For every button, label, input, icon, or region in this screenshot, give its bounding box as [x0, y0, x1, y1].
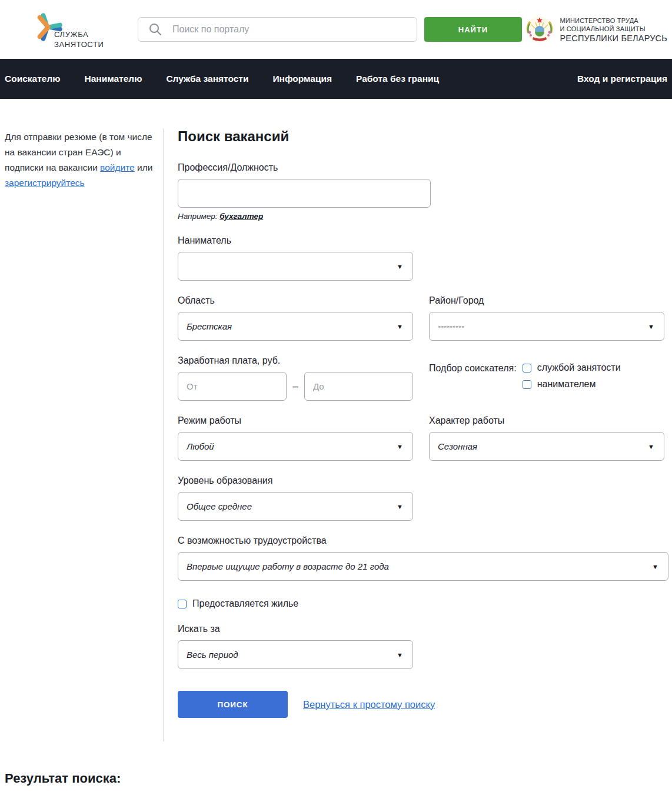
nav-item-applicant[interactable]: Соискателю: [5, 74, 60, 84]
nav-login-registration[interactable]: Вход и регистрация: [577, 74, 667, 84]
sidebar-text-or: или: [135, 162, 153, 172]
district-select[interactable]: --------- ▼: [429, 312, 664, 341]
page-title: Поиск вакансий: [178, 128, 668, 145]
login-link[interactable]: войдите: [100, 162, 135, 172]
chevron-down-icon: ▼: [397, 443, 403, 450]
chevron-down-icon: ▼: [652, 563, 658, 570]
applicant-selection-options: службой занятости нанимателем: [523, 362, 621, 390]
district-field: Район/Город --------- ▼: [429, 295, 664, 341]
profession-input[interactable]: [178, 179, 431, 208]
work-nature-label: Характер работы: [429, 415, 664, 426]
chevron-down-icon: ▼: [397, 263, 403, 270]
housing-option[interactable]: Предоставляется жилье: [178, 598, 668, 609]
ministry-line2: И СОЦИАЛЬНОЙ ЗАЩИТЫ: [560, 25, 667, 33]
employment-option-label: С возможностью трудоустройства: [178, 535, 668, 546]
nav-item-information[interactable]: Информация: [272, 74, 332, 84]
chevron-down-icon: ▼: [648, 443, 654, 450]
portal-search-input[interactable]: [138, 17, 417, 42]
region-field: Область Брестская ▼: [178, 295, 413, 341]
sidebar: Для отправки резюме (в том числе на вака…: [0, 128, 163, 741]
ministry-text: МИНИСТЕРСТВО ТРУДА И СОЦИАЛЬНОЙ ЗАЩИТЫ Р…: [560, 16, 667, 42]
search-icon: [148, 22, 162, 36]
selection-by-service-option[interactable]: службой занятости: [523, 362, 621, 373]
ministry-line3: РЕСПУБЛИКИ БЕЛАРУСЬ: [560, 34, 667, 42]
applicant-selection-field: Подбор соискателя: службой занятости нан…: [429, 355, 664, 401]
employment-option-value: Впервые ищущие работу в возрасте до 21 г…: [187, 561, 647, 571]
search-results: Результат поиска: К сожалению, вакансий …: [0, 741, 672, 805]
chevron-down-icon: ▼: [397, 651, 403, 658]
education-value: Общее среднее: [187, 501, 392, 511]
location-row: Область Брестская ▼ Район/Город --------…: [178, 295, 668, 341]
employment-option-select[interactable]: Впервые ищущие работу в возрасте до 21 г…: [178, 552, 668, 581]
applicant-selection-label: Подбор соискателя:: [429, 362, 517, 374]
housing-label: Предоставляется жилье: [192, 598, 298, 609]
salary-row: Заработная плата, руб. – Подбор соискате…: [178, 355, 668, 401]
search-submit-button[interactable]: ПОИСК: [178, 691, 288, 718]
checkbox-by-employer[interactable]: [523, 380, 531, 389]
employer-field: Наниматель ▼: [178, 235, 668, 281]
selection-by-employer-option[interactable]: нанимателем: [523, 379, 621, 390]
vacancy-search-form: Поиск вакансий Профессия/Должность Напри…: [163, 128, 672, 741]
housing-field: Предоставляется жилье: [178, 598, 668, 609]
period-label: Искать за: [178, 624, 668, 634]
salary-dash: –: [287, 381, 304, 392]
back-to-simple-search-link[interactable]: Вернуться к простому поиску: [303, 699, 435, 710]
chevron-down-icon: ▼: [397, 503, 403, 510]
logo-line2: ЗАНЯТОСТИ: [54, 39, 104, 49]
ministry-line1: МИНИСТЕРСТВО ТРУДА: [560, 16, 667, 25]
hint-example-link[interactable]: бухгалтер: [219, 212, 263, 221]
work-nature-field: Характер работы Сезонная ▼: [429, 415, 664, 461]
work-nature-select[interactable]: Сезонная ▼: [429, 432, 664, 461]
nav-item-employer[interactable]: Нанимателю: [84, 74, 142, 84]
checkbox-by-service-label: службой занятости: [537, 362, 621, 373]
salary-field: Заработная плата, руб. –: [178, 355, 413, 401]
hint-prefix: Например:: [178, 212, 219, 221]
content: Для отправки резюме (в том числе на вака…: [0, 128, 672, 741]
logo[interactable]: СЛУЖБА ЗАНЯТОСТИ: [33, 9, 121, 49]
register-link[interactable]: зарегистрируйтесь: [5, 178, 85, 188]
nav-item-employment-service[interactable]: Служба занятости: [166, 74, 248, 84]
district-label: Район/Город: [429, 295, 664, 306]
main-nav: Соискателю Нанимателю Служба занятости И…: [0, 59, 672, 99]
salary-label: Заработная плата, руб.: [178, 355, 413, 366]
checkbox-by-employer-label: нанимателем: [537, 379, 596, 390]
salary-inputs: –: [178, 372, 413, 401]
work-nature-value: Сезонная: [438, 441, 643, 451]
profession-hint: Например: бухгалтер: [178, 212, 668, 221]
form-actions: ПОИСК Вернуться к простому поиску: [178, 691, 668, 718]
work-mode-value: Любой: [187, 441, 392, 451]
work-mode-select[interactable]: Любой ▼: [178, 432, 413, 461]
district-value: ---------: [438, 321, 643, 331]
logo-text: СЛУЖБА ЗАНЯТОСТИ: [54, 29, 104, 49]
period-value: Весь период: [187, 650, 392, 660]
find-button[interactable]: НАЙТИ: [424, 17, 522, 42]
chevron-down-icon: ▼: [397, 323, 403, 330]
work-row: Режим работы Любой ▼ Характер работы Сез…: [178, 415, 668, 461]
education-field: Уровень образования Общее среднее ▼: [178, 475, 668, 521]
employer-label: Наниматель: [178, 235, 668, 246]
profession-label: Профессия/Должность: [178, 162, 668, 173]
checkbox-housing[interactable]: [178, 600, 187, 608]
work-mode-label: Режим работы: [178, 415, 413, 426]
page: СЛУЖБА ЗАНЯТОСТИ НАЙТИ: [0, 0, 672, 805]
belarus-coat-of-arms-icon: [525, 15, 554, 44]
salary-to-input[interactable]: [304, 372, 413, 401]
salary-from-input[interactable]: [178, 372, 287, 401]
ministry-block: МИНИСТЕРСТВО ТРУДА И СОЦИАЛЬНОЙ ЗАЩИТЫ Р…: [525, 15, 667, 44]
checkbox-by-service[interactable]: [523, 364, 531, 372]
profession-field: Профессия/Должность Например: бухгалтер: [178, 162, 668, 221]
period-select[interactable]: Весь период ▼: [178, 640, 413, 669]
results-title: Результат поиска:: [5, 771, 667, 786]
work-mode-field: Режим работы Любой ▼: [178, 415, 413, 461]
region-value: Брестская: [187, 321, 392, 331]
employer-select[interactable]: ▼: [178, 252, 413, 281]
nav-item-work-without-borders[interactable]: Работа без границ: [356, 74, 439, 84]
education-label: Уровень образования: [178, 475, 668, 486]
region-label: Область: [178, 295, 413, 306]
period-field: Искать за Весь период ▼: [178, 624, 668, 669]
employment-option-field: С возможностью трудоустройства Впервые и…: [178, 535, 668, 581]
portal-search: [138, 17, 417, 42]
site-header: СЛУЖБА ЗАНЯТОСТИ НАЙТИ: [0, 0, 672, 59]
region-select[interactable]: Брестская ▼: [178, 312, 413, 341]
education-select[interactable]: Общее среднее ▼: [178, 492, 413, 521]
